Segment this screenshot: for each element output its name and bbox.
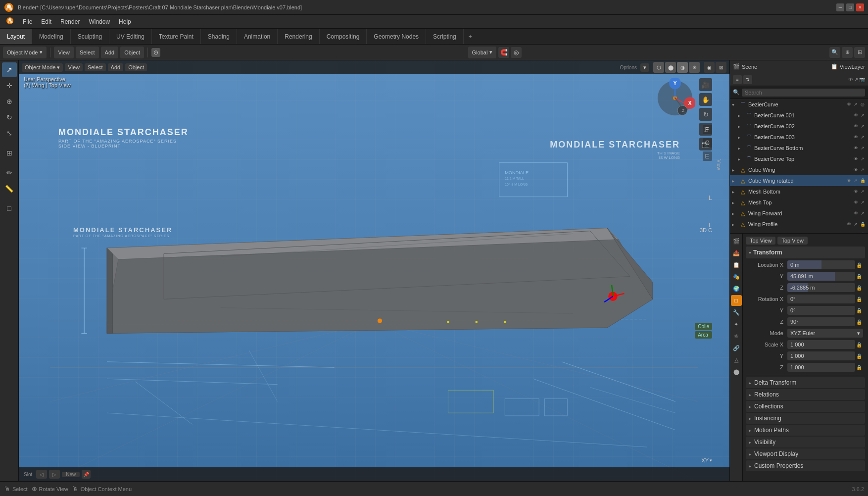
scale-z-value[interactable]: 1.000 bbox=[787, 363, 855, 372]
vp-add-menu[interactable]: Add bbox=[108, 63, 124, 71]
gizmo-icon[interactable]: ⊞ bbox=[854, 47, 865, 58]
vp-prev-slot[interactable]: ◁ bbox=[36, 470, 47, 479]
vp-pin-btn[interactable]: 📌 bbox=[82, 470, 91, 479]
menu-file[interactable]: File bbox=[19, 17, 36, 26]
tree-item-bezier[interactable]: ▾ ⌒ BezierCurve 👁 ↗ ◎ bbox=[730, 99, 868, 110]
tab-layout[interactable]: Layout bbox=[0, 29, 32, 44]
instancing-header[interactable]: ▸ Instancing bbox=[746, 413, 865, 424]
snap-toggle[interactable]: 🧲 bbox=[498, 47, 509, 58]
solid-mode-btn[interactable]: ⬤ bbox=[665, 62, 676, 73]
lock-toggle[interactable]: 🔒 bbox=[859, 221, 866, 228]
transform-header[interactable]: ▾ Transform bbox=[746, 247, 865, 258]
loc-x-lock[interactable]: 🔒 bbox=[855, 260, 863, 269]
scale-x-value[interactable]: 1.000 bbox=[787, 340, 855, 349]
vp-new-btn[interactable]: New bbox=[62, 472, 80, 477]
eye-toggle[interactable]: 👁 bbox=[852, 112, 859, 119]
tree-item-bezier-001[interactable]: ▸ ⌒ BezierCurve.001 👁 ↗ bbox=[730, 110, 868, 121]
select-toggle[interactable]: ↗ bbox=[859, 123, 866, 130]
eye-toggle[interactable]: 👁 bbox=[845, 177, 852, 184]
tab-scripting[interactable]: Scripting bbox=[426, 29, 464, 44]
tree-item-wing-swept[interactable]: ▸ △ Wing Swept 👁 ↗ 🔒 bbox=[730, 230, 868, 233]
motion-paths-header[interactable]: ▸ Motion Paths bbox=[746, 425, 865, 436]
delta-transform-header[interactable]: ▸ Delta Transform bbox=[746, 377, 865, 388]
collections-header[interactable]: ▸ Collections bbox=[746, 401, 865, 412]
prop-tab-object[interactable]: □ bbox=[731, 295, 742, 306]
tab-uv-editing[interactable]: UV Editing bbox=[109, 29, 152, 44]
tab-compositing[interactable]: Compositing bbox=[320, 29, 367, 44]
select-toggle[interactable]: ↗ bbox=[859, 188, 866, 195]
tab-animation[interactable]: Animation bbox=[237, 29, 278, 44]
view-menu[interactable]: View bbox=[54, 47, 74, 58]
minimize-button[interactable]: ─ bbox=[836, 3, 844, 11]
tree-item-wing-forward[interactable]: ▸ △ Wing Forward 👁 ↗ bbox=[730, 208, 868, 219]
measure-tool[interactable]: 📏 bbox=[2, 181, 17, 196]
add-cube-tool[interactable]: □ bbox=[2, 201, 17, 216]
viewport-display-header[interactable]: ▸ Viewport Display bbox=[746, 448, 865, 459]
eye-toggle[interactable]: 👁 bbox=[852, 188, 859, 195]
cursor-tool[interactable]: ✛ bbox=[2, 78, 17, 93]
vp-view-menu[interactable]: View bbox=[65, 63, 83, 71]
prop-tab-object-data[interactable]: △ bbox=[731, 354, 742, 365]
eye-toggle[interactable]: 👁 bbox=[852, 210, 859, 217]
loc-z-lock[interactable]: 🔒 bbox=[855, 283, 863, 292]
overlay-toggle[interactable]: ◉ bbox=[704, 62, 715, 73]
maximize-button[interactable]: □ bbox=[846, 3, 854, 11]
tab-rendering[interactable]: Rendering bbox=[278, 29, 319, 44]
prop-tab-viewlayer[interactable]: 📋 bbox=[731, 259, 742, 270]
select-tool[interactable]: ↗ bbox=[2, 62, 17, 77]
menu-render[interactable]: Render bbox=[56, 17, 84, 26]
scale-y-value[interactable]: 1.000 bbox=[787, 351, 855, 360]
rot-y-lock[interactable]: 🔒 bbox=[855, 306, 863, 315]
tab-shading[interactable]: Shading bbox=[201, 29, 237, 44]
location-x-value[interactable]: 0 m bbox=[787, 260, 855, 269]
prop-tab-scene[interactable]: 🎭 bbox=[731, 271, 742, 282]
tree-item-mesh-top[interactable]: ▸ △ Mesh Top 👁 ↗ bbox=[730, 197, 868, 208]
menu-window[interactable]: Window bbox=[85, 17, 114, 26]
outliner-sort-btn[interactable]: ⇅ bbox=[743, 75, 752, 84]
select-toggle[interactable]: ↗ bbox=[859, 145, 866, 151]
scale-y-lock[interactable]: 🔒 bbox=[855, 351, 863, 360]
custom-properties-header[interactable]: ▸ Custom Properties bbox=[746, 460, 865, 471]
annotate-tool[interactable]: ✏ bbox=[2, 165, 17, 180]
arca-btn[interactable]: Arca bbox=[695, 331, 712, 339]
eye-icon[interactable]: 👁 bbox=[848, 77, 853, 82]
select-toggle[interactable]: ↗ bbox=[859, 112, 866, 119]
scale-z-lock[interactable]: 🔒 bbox=[855, 363, 863, 372]
prop-tab-modifier[interactable]: 🔧 bbox=[731, 307, 742, 318]
render-icon[interactable]: 📷 bbox=[859, 77, 865, 82]
menu-blender[interactable] bbox=[2, 16, 18, 27]
rot-z-lock[interactable]: 🔒 bbox=[855, 317, 863, 326]
select-toggle[interactable]: ↗ bbox=[852, 177, 859, 184]
prop-tab-constraints[interactable]: 🔗 bbox=[731, 343, 742, 353]
view-tab[interactable]: View bbox=[716, 159, 722, 170]
vp-viewport-options[interactable]: ▾ bbox=[640, 63, 649, 72]
select-toggle[interactable]: ↗ bbox=[852, 232, 859, 233]
select-toggle[interactable]: ↗ bbox=[859, 199, 866, 206]
zoom-in-btn[interactable]: 🎥 bbox=[699, 78, 712, 91]
add-menu[interactable]: Add bbox=[101, 47, 119, 58]
eye-toggle[interactable]: 👁 bbox=[845, 232, 852, 233]
mode-select[interactable]: XYZ Euler ▾ bbox=[787, 329, 863, 338]
vp-select-menu[interactable]: Select bbox=[85, 63, 106, 71]
select-toggle[interactable]: ↗ bbox=[859, 134, 866, 141]
lock-toggle[interactable]: 🔒 bbox=[859, 232, 866, 233]
search-input[interactable] bbox=[742, 89, 865, 97]
menu-help[interactable]: Help bbox=[115, 17, 135, 26]
visibility-header[interactable]: ▸ Visibility bbox=[746, 437, 865, 447]
eye-toggle[interactable]: 👁 bbox=[852, 134, 859, 141]
tree-item-bezier-bottom[interactable]: ▸ ⌒ BezierCurve Bottom 👁 ↗ bbox=[730, 143, 868, 153]
tree-item-bezier-top[interactable]: ▸ ⌒ BezierCurve Top 👁 ↗ bbox=[730, 153, 868, 164]
rotation-y-value[interactable]: 0° bbox=[787, 306, 855, 315]
render-toggle[interactable]: ◎ bbox=[859, 101, 866, 108]
select-toggle[interactable]: ↗ bbox=[852, 221, 859, 228]
top-view-label-1[interactable]: Top View bbox=[746, 237, 775, 245]
location-y-value[interactable]: 45.891 m bbox=[787, 272, 855, 281]
scale-tool[interactable]: ⤡ bbox=[2, 126, 17, 141]
add-workspace-button[interactable]: + bbox=[464, 29, 477, 44]
eye-toggle[interactable]: 👁 bbox=[852, 123, 859, 130]
tab-modeling[interactable]: Modeling bbox=[32, 29, 71, 44]
editor-icon[interactable]: 🔍 bbox=[829, 47, 840, 58]
proportional-size[interactable]: ◎ bbox=[511, 47, 522, 58]
eye-toggle[interactable]: 👁 bbox=[845, 101, 852, 108]
relations-header[interactable]: ▸ Relations bbox=[746, 389, 865, 400]
